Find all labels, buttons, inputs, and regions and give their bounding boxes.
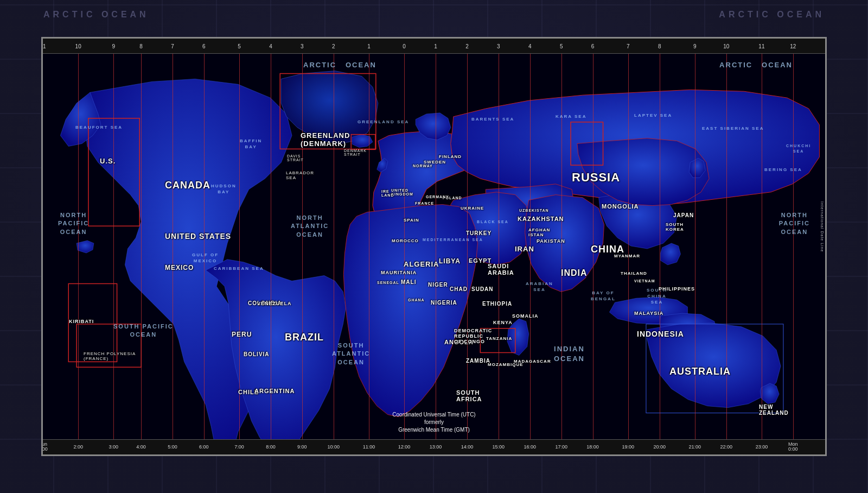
tz-line bbox=[726, 54, 727, 439]
tz-line bbox=[593, 54, 593, 439]
tz-number-top: 7 bbox=[627, 43, 630, 49]
tz-number-top: 5 bbox=[238, 43, 241, 49]
tz-number-top: 3 bbox=[497, 43, 500, 49]
tz-time-bottom: 18:00 bbox=[586, 445, 599, 450]
tz-time-bottom: 10:00 bbox=[327, 445, 340, 450]
tz-number-top: 11 bbox=[41, 43, 46, 49]
intl-date-line-label: International Date Line bbox=[820, 201, 824, 283]
tz-number-top: 10 bbox=[723, 43, 729, 49]
tz-number-top: 1 bbox=[367, 43, 371, 49]
tz-line bbox=[404, 54, 405, 439]
tz-number-top: 6 bbox=[202, 43, 206, 49]
tz-time-bottom: 4:00 bbox=[136, 445, 146, 450]
tz-number-top: 8 bbox=[139, 43, 143, 49]
tz-number-top: 4 bbox=[528, 43, 532, 49]
tz-number-top: 9 bbox=[112, 43, 116, 49]
tz-line bbox=[239, 54, 240, 439]
tz-line bbox=[762, 54, 762, 439]
tz-number-top: 10 bbox=[75, 43, 81, 49]
tz-line bbox=[302, 54, 303, 439]
utc-label: Coordinated Universal Time (UTC) formerl… bbox=[392, 411, 475, 434]
world-map: 1110987654321012345678910111212 Sun 1:00… bbox=[41, 37, 827, 456]
tz-line bbox=[78, 54, 79, 439]
map-svg bbox=[43, 39, 825, 454]
tz-number-top: 2 bbox=[465, 43, 469, 49]
tz-time-bottom: 21:00 bbox=[689, 445, 701, 450]
tz-number-top: 0 bbox=[403, 43, 406, 49]
tz-line bbox=[204, 54, 205, 439]
tz-time-bottom: 8:00 bbox=[266, 445, 276, 450]
tz-time-bottom: 11:00 bbox=[363, 445, 375, 450]
tz-line bbox=[695, 54, 695, 439]
tz-number-top: 3 bbox=[301, 43, 304, 49]
tz-line bbox=[334, 54, 334, 439]
ruler-bottom: Sun 1:002:003:004:005:006:007:008:009:00… bbox=[43, 439, 825, 454]
tz-time-bottom: 16:00 bbox=[524, 445, 536, 450]
tz-time-bottom: Sun 1:00 bbox=[41, 442, 48, 453]
tz-time-bottom: 5:00 bbox=[168, 445, 177, 450]
tz-line bbox=[467, 54, 468, 439]
tz-time-bottom: 19:00 bbox=[622, 445, 634, 450]
tz-number-top: 8 bbox=[658, 43, 661, 49]
tz-number-top: 11 bbox=[758, 43, 764, 49]
tz-number-top: 4 bbox=[269, 43, 272, 49]
bg-arctic-label-left: ARCTIC OCEAN bbox=[43, 10, 149, 20]
tz-time-bottom: 14:00 bbox=[461, 445, 474, 450]
tz-time-bottom: 17:00 bbox=[555, 445, 567, 450]
tz-time-bottom: 7:00 bbox=[234, 445, 244, 450]
tz-number-top: 1 bbox=[434, 43, 437, 49]
utc-line1: Coordinated Universal Time (UTC) bbox=[392, 411, 475, 419]
tz-time-bottom: 6:00 bbox=[199, 445, 209, 450]
tz-time-bottom: 23:00 bbox=[756, 445, 768, 450]
tz-line bbox=[369, 54, 369, 439]
tz-time-bottom: Mon 0:00 bbox=[788, 442, 798, 453]
tz-line bbox=[561, 54, 562, 439]
tz-number-top: 12 bbox=[825, 43, 827, 49]
bg-arctic-label-right: ARCTIC OCEAN bbox=[719, 10, 825, 20]
tz-number-top: 5 bbox=[560, 43, 563, 49]
tz-time-bottom: 15:00 bbox=[493, 445, 505, 450]
tz-number-top: 7 bbox=[171, 43, 174, 49]
tz-line bbox=[499, 54, 499, 439]
tz-time-bottom: 13:00 bbox=[430, 445, 442, 450]
utc-line2: formerly bbox=[392, 419, 475, 426]
tz-time-bottom: 22:00 bbox=[720, 445, 732, 450]
tz-line bbox=[271, 54, 271, 439]
ruler-top: 1110987654321012345678910111212 bbox=[43, 39, 825, 54]
tz-time-bottom: 12:00 bbox=[398, 445, 411, 450]
tz-line bbox=[173, 54, 173, 439]
tz-time-bottom: 3:00 bbox=[109, 445, 119, 450]
tz-number-top: 2 bbox=[332, 43, 335, 49]
tz-time-bottom: 20:00 bbox=[653, 445, 666, 450]
tz-line bbox=[141, 54, 142, 439]
tz-line bbox=[793, 54, 794, 439]
tz-number-top: 6 bbox=[591, 43, 595, 49]
tz-line bbox=[113, 54, 114, 439]
tz-line bbox=[660, 54, 660, 439]
tz-number-top: 12 bbox=[790, 43, 796, 49]
tz-time-bottom: 9:00 bbox=[297, 445, 307, 450]
tz-number-top: 9 bbox=[693, 43, 697, 49]
utc-line3: Greenwich Mean Time (GMT) bbox=[392, 426, 475, 434]
tz-time-bottom: 2:00 bbox=[73, 445, 83, 450]
tz-line bbox=[436, 54, 436, 439]
tz-line bbox=[628, 54, 629, 439]
tz-line bbox=[530, 54, 531, 439]
